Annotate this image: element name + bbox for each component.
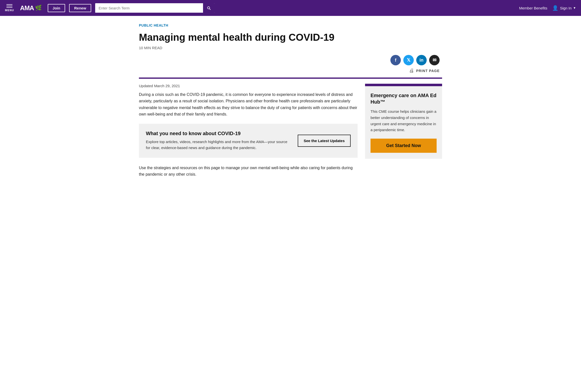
sign-in-area[interactable]: 👤 Sign In ▼ bbox=[552, 5, 576, 11]
member-benefits-link[interactable]: Member Benefits bbox=[519, 6, 547, 10]
two-column-layout: Updated March 29, 2021 During a crisis s… bbox=[139, 84, 442, 178]
twitter-icon: 𝕏 bbox=[407, 57, 410, 63]
sidebar-card-title: Emergency care on AMA Ed Hub™ bbox=[370, 92, 436, 105]
hamburger-line-2 bbox=[6, 6, 12, 6]
renew-button[interactable]: Renew bbox=[69, 4, 91, 12]
print-row: 🖨 PRINT PAGE bbox=[139, 68, 442, 73]
search-input[interactable] bbox=[95, 3, 203, 13]
linkedin-share-button[interactable]: in bbox=[416, 55, 427, 65]
hamburger-line-3 bbox=[6, 7, 12, 8]
bottom-article-paragraph: Use the strategies and resources on this… bbox=[139, 165, 358, 178]
user-icon: 👤 bbox=[552, 5, 558, 11]
printer-icon: 🖨 bbox=[409, 68, 414, 73]
emergency-care-card: Emergency care on AMA Ed Hub™ This CME c… bbox=[365, 84, 442, 159]
covid-box-title: What you need to know about COVID-19 bbox=[146, 131, 291, 136]
ama-logo-text: AMA bbox=[20, 4, 34, 12]
covid-info-box: What you need to know about COVID-19 Exp… bbox=[139, 124, 358, 158]
share-buttons-row: f 𝕏 in ✉ bbox=[139, 55, 442, 65]
search-icon bbox=[206, 6, 211, 10]
search-button[interactable] bbox=[203, 3, 214, 13]
hamburger-menu[interactable]: MENU bbox=[5, 4, 14, 12]
facebook-icon: f bbox=[395, 58, 396, 63]
article-title: Managing mental health during COVID-19 bbox=[139, 31, 442, 43]
navbar-right: Member Benefits 👤 Sign In ▼ bbox=[519, 5, 576, 11]
updated-date: Updated March 29, 2021 bbox=[139, 84, 358, 88]
email-share-button[interactable]: ✉ bbox=[429, 55, 440, 65]
sidebar-card-body: Emergency care on AMA Ed Hub™ This CME c… bbox=[365, 86, 442, 159]
join-button[interactable]: Join bbox=[48, 4, 65, 12]
article-body-paragraph: During a crisis such as the COVID-19 pan… bbox=[139, 91, 358, 118]
menu-label: MENU bbox=[5, 9, 14, 12]
search-bar bbox=[95, 3, 214, 13]
sidebar-card-header-bar bbox=[365, 84, 442, 86]
print-page-button[interactable]: PRINT PAGE bbox=[416, 69, 440, 73]
dropdown-arrow-icon: ▼ bbox=[573, 6, 576, 10]
covid-box-text: What you need to know about COVID-19 Exp… bbox=[146, 131, 291, 151]
main-column: Updated March 29, 2021 During a crisis s… bbox=[139, 84, 358, 178]
sign-in-label: Sign In bbox=[560, 6, 572, 10]
sidebar-card-description: This CME course helps clinicians gain a … bbox=[370, 109, 436, 133]
read-time: 10 MIN READ bbox=[139, 46, 442, 50]
navbar: MENU AMA 🌿 Join Renew Member Benefits 👤 … bbox=[0, 0, 581, 16]
sidebar-column: Emergency care on AMA Ed Hub™ This CME c… bbox=[365, 84, 442, 159]
linkedin-icon: in bbox=[420, 58, 424, 63]
covid-box-body: Explore top articles, videos, research h… bbox=[146, 139, 291, 151]
page-content: PUBLIC HEALTH Managing mental health dur… bbox=[129, 16, 452, 188]
ama-logo-emblem: 🌿 bbox=[35, 5, 42, 11]
get-started-now-button[interactable]: Get Started Now bbox=[370, 139, 436, 153]
ama-logo[interactable]: AMA 🌿 bbox=[20, 4, 42, 12]
hamburger-line-1 bbox=[6, 4, 12, 5]
facebook-share-button[interactable]: f bbox=[390, 55, 401, 65]
email-icon: ✉ bbox=[433, 57, 436, 63]
twitter-share-button[interactable]: 𝕏 bbox=[403, 55, 414, 65]
purple-divider bbox=[139, 77, 442, 79]
category-breadcrumb[interactable]: PUBLIC HEALTH bbox=[139, 23, 442, 27]
see-latest-updates-button[interactable]: See the Latest Updates bbox=[298, 135, 351, 147]
